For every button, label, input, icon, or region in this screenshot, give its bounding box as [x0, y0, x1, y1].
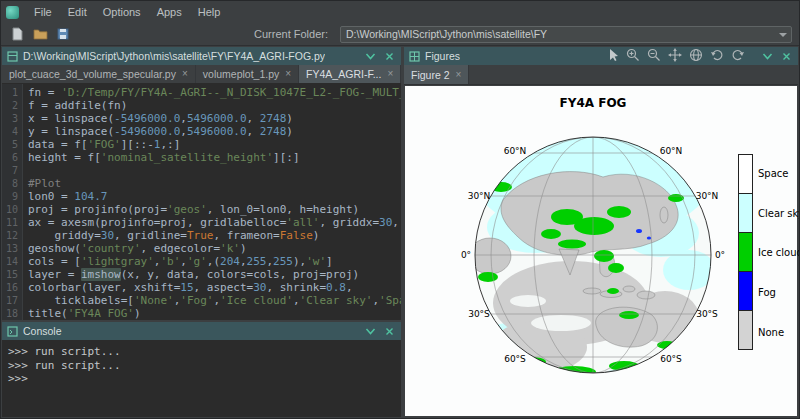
zoom-out-icon[interactable] — [647, 48, 661, 64]
colorbar — [738, 154, 753, 350]
editor-file-path: D:\Working\MIScript\Jython\mis\satellite… — [23, 50, 325, 62]
menu-file[interactable]: File — [26, 4, 60, 20]
save-icon[interactable] — [54, 26, 72, 43]
code-token: , — [180, 125, 187, 138]
chevron-down-icon[interactable] — [779, 33, 787, 37]
close-panel-icon[interactable] — [779, 50, 793, 63]
close-icon[interactable]: × — [285, 69, 291, 79]
code-token: 'Ice cloud' — [220, 294, 293, 307]
line-number: 13 — [2, 242, 22, 255]
console-panel-icon — [7, 326, 18, 337]
line-number: 7 — [2, 164, 22, 177]
code-token: 'FOG' — [88, 138, 121, 151]
line-number: 14 — [2, 255, 22, 268]
code-token: 'k' — [220, 242, 240, 255]
code-token: 5496000.0 — [187, 125, 247, 138]
code-token: 'country' — [81, 242, 141, 255]
menu-edit[interactable]: Edit — [60, 4, 95, 20]
code-token: cols = [ — [28, 255, 81, 268]
console-title: Console — [23, 325, 62, 337]
select-icon[interactable] — [606, 48, 619, 64]
code-token: data = f[ — [28, 138, 88, 151]
code-token: , lon_0=lon0, h=height) — [207, 203, 359, 216]
tab-label: Figure 2 — [411, 69, 450, 81]
figure-canvas[interactable]: FY4A FOG — [405, 86, 797, 416]
grid-label: 60°S — [660, 354, 682, 364]
menubar: FileEditOptionsAppsHelp — [1, 1, 799, 23]
code-token: 30 — [101, 229, 114, 242]
code-line: layer = imshow(x, y, data, colors=cols, … — [28, 268, 401, 281]
close-icon[interactable]: × — [182, 69, 188, 79]
grid-label: 30°S — [696, 309, 718, 319]
close-panel-icon[interactable] — [382, 50, 396, 63]
editor-tab[interactable]: FY4A_AGRI-F...× — [299, 65, 401, 83]
code-token: 'b' — [160, 255, 180, 268]
code-token: ) — [286, 125, 293, 138]
grid-label: 0° — [715, 250, 725, 260]
open-folder-icon[interactable] — [31, 26, 49, 43]
close-panel-icon[interactable] — [382, 325, 396, 338]
console-output[interactable]: >>> run script...>>> run script...>>> — [2, 340, 401, 417]
code-token: , — [180, 112, 187, 125]
pan-icon[interactable] — [668, 48, 682, 64]
tab-label: volumeplot_1.py — [203, 68, 279, 80]
code-editor[interactable]: 123456789101112131415161718 fn = 'D:/Tem… — [2, 84, 401, 320]
close-icon[interactable]: × — [456, 70, 462, 80]
code-token: 204 — [220, 255, 240, 268]
code-line — [28, 164, 401, 177]
minimize-panel-icon[interactable] — [363, 50, 377, 63]
code-token: 'Clear sky' — [300, 294, 373, 307]
code-token: f = addfile(fn) — [28, 99, 127, 112]
undo-icon[interactable] — [710, 48, 724, 64]
code-token: -5496000.0 — [114, 125, 180, 138]
code-token: griddy= — [28, 229, 101, 242]
menu-apps[interactable]: Apps — [149, 4, 190, 20]
colorbar-segment — [739, 194, 752, 233]
code-token: 'D:/Temp/FY/FY4A-_AGRI--_N_DISK_1047E_L2… — [61, 86, 401, 99]
grid-label: 30°S — [468, 309, 490, 319]
code-token: 'Fog' — [180, 294, 213, 307]
figure-tab[interactable]: Figure 2× — [404, 65, 469, 84]
code-token: , — [240, 255, 247, 268]
code-token: ), — [293, 255, 306, 268]
figure-toolbar — [606, 48, 745, 64]
code-line: #Plot — [28, 177, 401, 190]
menu-help[interactable]: Help — [190, 4, 229, 20]
full-extent-icon[interactable] — [689, 48, 703, 64]
figures-title: Figures — [425, 50, 460, 62]
code-token: 'g' — [187, 255, 207, 268]
colorbar-label: None — [758, 312, 800, 352]
code-token: ,:] — [160, 138, 180, 151]
zoom-in-icon[interactable] — [626, 48, 640, 64]
grid-label: 60°N — [660, 146, 683, 156]
code-token: 2748 — [260, 112, 287, 125]
minimize-panel-icon[interactable] — [363, 325, 377, 338]
globe-map — [443, 105, 743, 405]
code-token: , aspect= — [194, 281, 254, 294]
code-token: , edgecolor= — [141, 242, 220, 255]
code-token: 255 — [273, 255, 293, 268]
editor-tab[interactable]: volumeplot_1.py× — [196, 65, 299, 83]
console-title-bar: Console — [2, 322, 401, 340]
figure-tabs: Figure 2× — [404, 65, 798, 85]
code-line: cols = ['lightgray','b','g',(204,255,255… — [28, 255, 401, 268]
close-icon[interactable]: × — [387, 69, 393, 79]
figures-title-bar: Figures — [404, 47, 798, 65]
code-line: x = linspace(-5496000.0,5496000.0, 2748) — [28, 112, 401, 125]
editor-tab[interactable]: plot_cuace_3d_volume_specular.py× — [2, 65, 196, 83]
line-number: 18 — [2, 307, 22, 320]
console-line: >>> — [8, 372, 395, 386]
minimize-panel-icon[interactable] — [760, 50, 774, 63]
code-token: , — [180, 255, 187, 268]
code-token: x = linspace( — [28, 112, 114, 125]
new-script-icon[interactable] — [8, 26, 26, 43]
current-folder-combobox[interactable]: D:\Working\MIScript\Jython\mis\satellite… — [340, 26, 792, 43]
redo-icon[interactable] — [731, 48, 745, 64]
figures-panel-icon — [409, 51, 420, 62]
code-token: height = f[ — [28, 151, 101, 164]
code-line: title('FY4A FOG') — [28, 307, 401, 320]
code-token: , frameon= — [213, 229, 279, 242]
code-token: , griddx= — [319, 216, 379, 229]
meteoinfolab-window: MeteoInfoLab FileEditOptionsAppsHelp Cur… — [0, 0, 800, 419]
menu-options[interactable]: Options — [95, 4, 149, 20]
